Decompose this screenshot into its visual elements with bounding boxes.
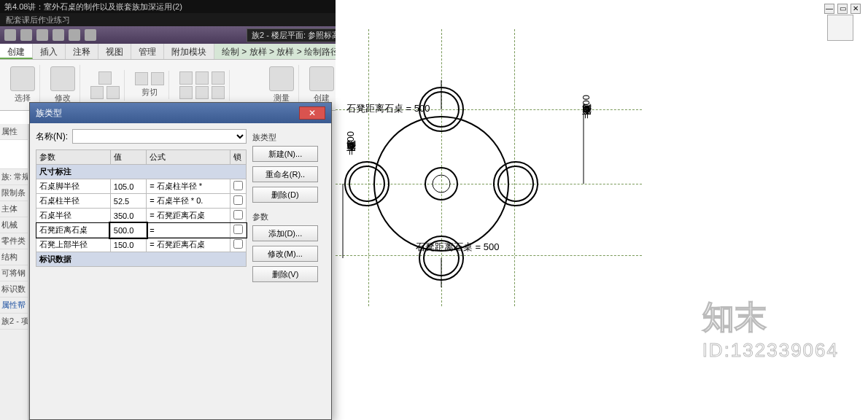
select-tool-icon[interactable] (10, 66, 35, 91)
copy-icon[interactable] (195, 86, 209, 99)
dialog-close-button[interactable]: ✕ (299, 106, 325, 120)
browser-root[interactable]: 族2 - 项 (0, 314, 28, 330)
prop-constraints[interactable]: 限制条 (0, 185, 28, 201)
dialog-titlebar[interactable]: 族类型 ✕ (30, 103, 331, 123)
properties-panel: 属性 族: 常规 限制条 主体 机械 零件类 结构 可将钢 标识数 属性帮 族2… (0, 124, 28, 420)
qat-open-icon[interactable] (20, 29, 32, 41)
prop-steel[interactable]: 可将钢 (0, 265, 28, 281)
video-subtitle: 配套课后作业练习 (6, 15, 70, 26)
name-combobox[interactable] (72, 129, 247, 144)
create-icon[interactable] (309, 66, 334, 91)
svg-point-9 (494, 162, 538, 206)
cut-icon[interactable] (135, 72, 148, 85)
table-row: 石桌柱半径 52.5 = 石桌半径 * 0. (36, 194, 247, 209)
col-lock[interactable]: 锁 (230, 150, 247, 165)
dimension-right[interactable]: 石凳距离石桌 = 500 (580, 95, 593, 122)
watermark: 知末 ID:132339064 (702, 296, 839, 362)
tab-annotate[interactable]: 注释 (66, 44, 98, 59)
mirror-icon[interactable] (212, 71, 225, 85)
section-parameter: 参数 (252, 211, 325, 222)
prop-parts[interactable]: 零件类 (0, 233, 28, 249)
modify-param-button[interactable]: 修改(M)... (252, 246, 318, 262)
qat-redo-icon[interactable] (69, 29, 80, 41)
app-icon[interactable] (4, 29, 16, 41)
group-dimensions[interactable]: 尺寸标注 (36, 165, 247, 179)
drawing-canvas[interactable]: — ▭ ✕ 石凳距离石桌 = 500 石凳距离石桌 = 500 石凳距离石桌 =… (336, 0, 868, 420)
dimension-bottom[interactable]: 石凳距离石桌 = 500 (416, 241, 500, 254)
clip2-icon[interactable] (106, 86, 120, 99)
join-icon[interactable] (151, 72, 164, 85)
qat-print-icon[interactable] (85, 29, 96, 41)
prop-mech[interactable]: 机械 (0, 217, 28, 233)
plan-drawing (336, 0, 642, 306)
dimension-left[interactable]: 石凳距离石桌 = 500 (344, 131, 357, 158)
watermark-brand: 知末 (702, 296, 839, 339)
name-label: 名称(N): (36, 131, 68, 143)
prop-thumb (0, 140, 28, 169)
rotate-icon[interactable] (212, 86, 225, 99)
video-title: 第4.08讲：室外石桌的制作以及嵌套族加深运用(2) (4, 1, 182, 12)
measure-icon[interactable] (269, 66, 294, 91)
qat-save-icon[interactable] (36, 29, 48, 41)
view-min-icon[interactable]: — (824, 4, 834, 14)
col-param[interactable]: 参数 (36, 150, 111, 165)
col-formula[interactable]: 公式 (147, 150, 230, 165)
prop-family[interactable]: 族: 常规 (0, 169, 28, 185)
watermark-id: ID:132339064 (702, 339, 839, 362)
table-row: 石凳距离石桌 500.0 = (36, 223, 247, 238)
svg-point-2 (433, 175, 450, 192)
group-identity[interactable]: 标识数据 (36, 252, 247, 267)
table-row: 石凳上部半径 150.0 = 石凳距离石桌 (36, 238, 247, 252)
delete-type-button[interactable]: 删除(D) (252, 187, 318, 203)
view-close-icon[interactable]: ✕ (850, 4, 861, 14)
tab-view[interactable]: 视图 (98, 44, 131, 59)
tab-create[interactable]: 创建 (0, 44, 33, 59)
tab-addins[interactable]: 附加模块 (164, 44, 214, 59)
lock-checkbox[interactable] (233, 239, 243, 249)
section-family-type: 族类型 (252, 132, 325, 143)
parameters-table[interactable]: 参数 值 公式 锁 尺寸标注 石桌脚半径 105.0 = 石桌柱半径 * 石桌柱… (36, 149, 247, 267)
lock-checkbox[interactable] (233, 225, 243, 234)
svg-point-0 (374, 117, 508, 251)
prop-identity[interactable]: 标识数 (0, 281, 28, 298)
qat-undo-icon[interactable] (53, 29, 64, 41)
delete-param-button[interactable]: 删除(V) (252, 266, 318, 282)
move-icon[interactable] (179, 86, 193, 99)
family-types-dialog: 族类型 ✕ 名称(N): 参数 值 公式 锁 尺寸标注 石桌脚半径 105.0 … (29, 102, 332, 420)
nav-cube[interactable] (827, 15, 853, 41)
dialog-title: 族类型 (36, 107, 62, 120)
svg-point-8 (349, 166, 384, 201)
table-row: 石桌脚半径 105.0 = 石桌柱半径 * (36, 179, 247, 194)
offset-icon[interactable] (195, 71, 209, 85)
new-type-button[interactable]: 新建(N)... (252, 146, 318, 162)
svg-point-10 (498, 166, 533, 201)
svg-point-1 (425, 168, 457, 200)
add-param-button[interactable]: 添加(D)... (252, 225, 318, 241)
prop-host[interactable]: 主体 (0, 201, 28, 217)
col-value[interactable]: 值 (110, 150, 147, 165)
prop-struct[interactable]: 结构 (0, 249, 28, 265)
lock-checkbox[interactable] (233, 181, 243, 190)
modify-tool-icon[interactable] (50, 66, 75, 91)
tab-manage[interactable]: 管理 (131, 44, 164, 59)
lock-checkbox[interactable] (233, 210, 243, 219)
prop-header: 属性 (0, 124, 28, 140)
svg-point-7 (345, 162, 389, 206)
group-cut: 剪切 (142, 87, 158, 98)
clip-icon[interactable] (90, 86, 104, 99)
table-row: 石桌半径 350.0 = 石凳距离石桌 (36, 209, 247, 223)
dimension-top[interactable]: 石凳距离石桌 = 500 (346, 102, 430, 115)
rename-type-button[interactable]: 重命名(R).. (252, 166, 318, 182)
align-icon[interactable] (179, 71, 193, 85)
view-max-icon[interactable]: ▭ (837, 4, 848, 14)
paste-icon[interactable] (98, 71, 112, 85)
document-title: 族2 - 楼层平面: 参照标高 (247, 28, 345, 42)
group-select: 选择 (15, 93, 31, 104)
tab-contextual-sweep[interactable]: 绘制 > 放样 > 放样 > 绘制路径 (214, 44, 347, 59)
tab-insert[interactable]: 插入 (33, 44, 66, 59)
lock-checkbox[interactable] (233, 195, 243, 205)
prop-help[interactable]: 属性帮 (0, 298, 28, 314)
